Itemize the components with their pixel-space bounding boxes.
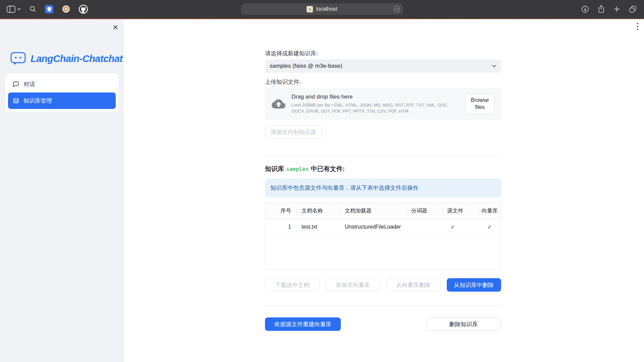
cell-filename: test.txt — [297, 219, 340, 235]
shield-icon — [47, 7, 52, 12]
heading-prefix: 知识库 — [265, 165, 284, 172]
cloud-upload-icon — [272, 97, 285, 111]
extension-github-button[interactable] — [79, 5, 88, 14]
sidebar-item-kb-management[interactable]: 知识库管理 — [8, 93, 116, 109]
tab-overview-button[interactable] — [629, 5, 637, 13]
chevron-down-icon — [492, 65, 496, 67]
page-options-icon[interactable] — [393, 6, 400, 12]
extension-shield-button[interactable] — [45, 5, 53, 13]
col-header-index: 序号 — [265, 203, 297, 219]
share-icon — [598, 5, 605, 13]
cell-vector-check: ✓ — [479, 219, 501, 235]
sidebar-icon — [7, 6, 15, 13]
add-files-to-kb-button[interactable]: 添加文件到知识库 — [265, 125, 322, 139]
sidebar-close-button[interactable]: ✕ — [112, 24, 118, 31]
tabs-icon — [629, 5, 637, 13]
cell-source-check: ✓ — [442, 219, 479, 235]
kb-files-table: 序号 文档名称 文档加载器 分词器 源文件 向量库 1 test.txt Uns… — [265, 202, 501, 270]
share-button[interactable] — [598, 5, 605, 13]
file-uploader-dropzone[interactable]: Drag and drop files here Limit 200MB per… — [265, 88, 501, 120]
browse-files-button[interactable]: Browse files — [465, 94, 494, 114]
col-header-filename: 文档名称 — [297, 203, 340, 219]
col-header-loader: 文档加载器 — [340, 203, 407, 219]
kb-list-icon — [13, 98, 19, 104]
sidebar-item-label: 对话 — [23, 80, 35, 88]
new-tab-button[interactable] — [613, 6, 620, 12]
extension-record-button[interactable] — [62, 5, 70, 13]
col-header-vector: 向量库 — [479, 203, 501, 219]
upload-label: 上传知识文件: — [265, 78, 501, 86]
sidebar-menu: 对话 知识库管理 — [5, 73, 118, 112]
plus-icon — [613, 6, 620, 12]
cell-loader: UnstructuredFileLoader — [340, 219, 407, 235]
table-empty-area — [265, 235, 501, 269]
col-header-source: 源文件 — [442, 203, 479, 219]
heading-suffix: 中已有文件: — [311, 165, 344, 172]
github-icon — [79, 5, 88, 14]
uploader-title: Drag and drop files here — [291, 94, 459, 100]
main-content: 请选择或新建知识库: samples (faiss @ m3e-base) 上传… — [124, 19, 644, 362]
table-row[interactable]: 1 test.txt UnstructuredFileLoader ✓ ✓ — [265, 219, 501, 235]
sidebar: ✕ LangChain-Chatchat 对话 知识库管理 — [0, 19, 124, 362]
divider — [265, 306, 501, 306]
sidebar-toggle-button[interactable] — [7, 6, 21, 13]
table-action-buttons: 下载选中文档 添加至向量库 从向量库删除 从知识库中删除 — [265, 278, 501, 292]
download-selected-button[interactable]: 下载选中文档 — [265, 278, 320, 292]
kb-select-value: samples (faiss @ m3e-base) — [270, 63, 342, 69]
chevron-down-icon — [17, 8, 21, 10]
search-icon — [30, 6, 36, 12]
record-icon — [62, 5, 70, 13]
rebuild-vector-store-button[interactable]: 依据源文件重建向量库 — [265, 317, 341, 331]
info-banner: 知识库中包含源文件与向量库，请从下表中选择文件后操作 — [265, 179, 501, 197]
tab-search-button[interactable] — [30, 6, 36, 12]
divider — [265, 156, 501, 156]
kebab-menu-icon — [637, 22, 639, 31]
sidebar-item-dialogue[interactable]: 对话 — [8, 76, 116, 93]
remove-from-vector-button[interactable]: 从向量库删除 — [386, 278, 441, 292]
uploader-limit-text: Limit 200MB per file • EML, HTML, JSON, … — [291, 102, 459, 114]
url-text: localhost — [316, 6, 337, 12]
cell-splitter — [407, 219, 442, 235]
kb-bottom-buttons: 依据源文件重建向量库 删除知识库 — [265, 317, 501, 331]
kb-select-label: 请选择或新建知识库: — [265, 50, 501, 57]
kb-select[interactable]: samples (faiss @ m3e-base) — [265, 59, 501, 73]
col-header-splitter: 分词器 — [407, 203, 442, 219]
chat-bubble-icon — [13, 81, 19, 87]
chat-logo-icon — [10, 51, 26, 66]
site-favicon-icon — [307, 6, 313, 12]
address-bar[interactable]: localhost — [241, 3, 403, 15]
delete-from-kb-button[interactable]: 从知识库中删除 — [447, 278, 501, 292]
table-header-row: 序号 文档名称 文档加载器 分词器 源文件 向量库 — [265, 203, 501, 219]
kb-files-heading: 知识库samples中已有文件: — [265, 165, 501, 174]
browser-toolbar: localhost — [0, 0, 644, 18]
app-menu-button[interactable] — [637, 22, 639, 32]
app-logo-text: LangChain-Chatchat — [31, 53, 123, 64]
kb-name-code: samples — [286, 166, 309, 172]
sidebar-item-label: 知识库管理 — [23, 97, 52, 105]
add-to-vector-store-button[interactable]: 添加至向量库 — [326, 278, 380, 292]
cell-index: 1 — [265, 219, 297, 235]
delete-kb-button[interactable]: 删除知识库 — [426, 317, 501, 331]
download-icon — [581, 5, 589, 13]
app-logo: LangChain-Chatchat — [10, 51, 124, 66]
downloads-button[interactable] — [581, 5, 589, 13]
